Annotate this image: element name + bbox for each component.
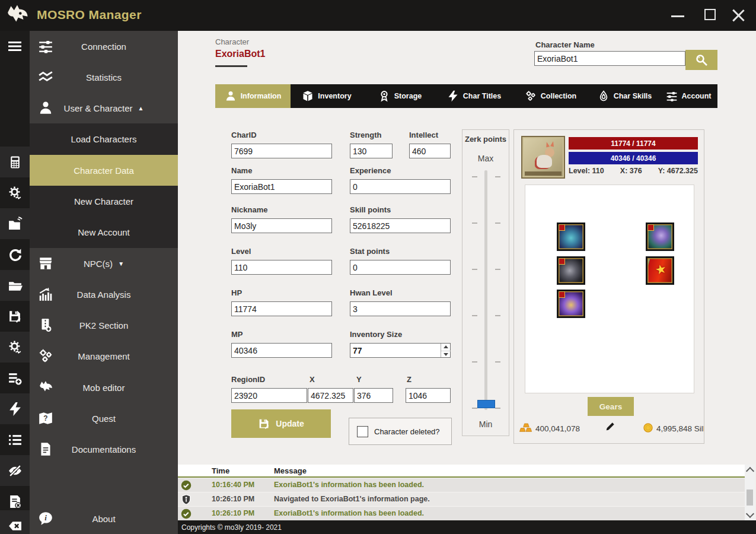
zerk-slider-thumb[interactable]	[477, 400, 495, 408]
log-message: ExoriaBot1's information has been loaded…	[274, 509, 424, 517]
inventory-size-input[interactable]	[350, 343, 451, 358]
nickname-label: Nickname	[231, 205, 267, 214]
update-button[interactable]: Update	[231, 409, 331, 438]
sidebar-item-pk2-section[interactable]: PK2 Section	[30, 310, 178, 341]
name-input[interactable]	[231, 179, 332, 194]
open-folder-icon[interactable]	[0, 270, 30, 301]
sidebar-item-management[interactable]: Management	[30, 341, 178, 371]
hide-eye-icon[interactable]	[0, 455, 30, 486]
sidebar-item-connection[interactable]: Connection	[30, 31, 178, 62]
tab-information[interactable]: Information	[215, 84, 291, 108]
character-deleted-checkbox-group[interactable]: Character deleted?	[349, 418, 452, 445]
sidebar-item-new-character[interactable]: New Character	[30, 186, 178, 217]
zerk-slider-track[interactable]	[484, 170, 487, 410]
sidebar-item-quest[interactable]: ? Quest	[30, 403, 178, 434]
gears-button[interactable]: Gears	[588, 397, 634, 416]
skill-points-input[interactable]	[350, 218, 451, 233]
save-edit-icon[interactable]	[0, 301, 30, 332]
status-icon	[181, 480, 192, 491]
inventory-size-label: Inventory Size	[350, 330, 402, 339]
sidebar-item-new-account[interactable]: New Account	[30, 217, 178, 248]
clear-backspace-icon[interactable]	[0, 510, 30, 534]
collapse-arrow-icon: ▲	[138, 105, 143, 112]
nickname-input[interactable]	[231, 218, 332, 233]
calculator-icon[interactable]	[0, 147, 30, 177]
cog-icon[interactable]	[0, 332, 30, 363]
gears-icon	[37, 348, 54, 364]
menu-label: NPC(s)	[84, 259, 113, 269]
x-input[interactable]	[308, 388, 353, 403]
person-icon	[225, 90, 237, 102]
sidebar-item-statistics[interactable]: Statistics	[30, 62, 178, 93]
sidebar-item-npcs[interactable]: NPC(s) ▼	[30, 248, 178, 279]
tab-account[interactable]: Account	[659, 84, 717, 108]
log-panel: Time Message 10:16:40 PM ExoriaBot1's in…	[178, 465, 745, 520]
intellect-input[interactable]	[409, 144, 451, 158]
mp-bar-value: 40346 / 40346	[611, 154, 656, 163]
shared-folder-icon[interactable]	[0, 208, 30, 239]
z-input[interactable]	[406, 388, 451, 403]
hp-input[interactable]	[231, 301, 332, 316]
stepper-up-button[interactable]	[441, 344, 451, 350]
tab-storage[interactable]: Storage	[363, 84, 437, 108]
item-slot-weapon[interactable]	[557, 256, 585, 285]
intellect-label: Intellect	[409, 131, 438, 139]
close-button[interactable]	[732, 8, 745, 21]
item-slot-flag[interactable]: ★	[646, 256, 674, 285]
scroll-up-icon[interactable]	[746, 467, 754, 475]
sidebar-item-documentations[interactable]: Documentations	[30, 434, 178, 465]
tab-collection[interactable]: Collection	[511, 84, 590, 108]
sidebar-item-user-character[interactable]: User & Character ▲	[30, 93, 178, 123]
checklist-icon[interactable]	[0, 424, 30, 455]
log-scrollbar[interactable]	[745, 465, 755, 520]
stat-points-input[interactable]	[350, 260, 451, 275]
character-name-heading: ExoriaBot1	[215, 49, 265, 59]
x-value: X: 376	[620, 167, 642, 175]
tab-label: Inventory	[318, 92, 351, 100]
copyright-text: Copyrights © mo3ly 2019- 2021	[181, 523, 282, 532]
menu-label: Mob editor	[83, 383, 125, 393]
item-slot-chest[interactable]	[557, 223, 585, 251]
charid-label: CharID	[231, 131, 257, 139]
item-slot-wings[interactable]	[646, 223, 674, 251]
search-button[interactable]	[685, 50, 717, 70]
charid-input[interactable]	[231, 144, 332, 158]
lightning-icon[interactable]	[0, 393, 30, 424]
tab-char-titles[interactable]: Char Titles	[437, 84, 511, 108]
scroll-down-icon[interactable]	[746, 510, 754, 518]
sidebar-item-about[interactable]: i About	[30, 503, 178, 534]
minimize-button[interactable]	[671, 15, 684, 17]
tab-char-skills[interactable]: Char Skills	[590, 84, 659, 108]
scrollbar-thumb[interactable]	[747, 490, 753, 506]
y-label: Y	[356, 375, 362, 384]
character-deleted-checkbox[interactable]	[357, 426, 368, 437]
sidebar-item-character-data[interactable]: Character Data	[30, 155, 178, 186]
maximize-button[interactable]	[704, 9, 716, 20]
level-value: Level: 110	[569, 167, 604, 175]
menu-label: Load Characters	[71, 134, 137, 144]
menu-label: Connection	[81, 42, 126, 52]
settings-gear-icon[interactable]	[0, 177, 30, 208]
sidebar-item-mob-editor[interactable]: Mob editor	[30, 372, 178, 403]
stepper-down-button[interactable]	[441, 351, 451, 358]
refresh-icon[interactable]	[0, 239, 30, 270]
mp-input[interactable]	[231, 343, 332, 358]
sidebar-item-load-characters[interactable]: Load Characters	[30, 123, 178, 155]
hamburger-menu-icon[interactable]	[7, 39, 23, 53]
zerk-points-panel: Zerk points Max Min	[462, 129, 509, 436]
experience-input[interactable]	[350, 179, 451, 194]
add-list-icon[interactable]	[0, 363, 30, 393]
edit-pencil-icon[interactable]	[604, 421, 616, 433]
y-input[interactable]	[354, 388, 393, 403]
tab-inventory[interactable]: Inventory	[291, 84, 363, 108]
gears-icon	[525, 90, 537, 102]
character-name-search-input[interactable]	[534, 51, 685, 66]
position-row: Level: 110 X: 376 Y: 4672.325	[569, 167, 698, 175]
regionid-input[interactable]	[231, 388, 307, 403]
level-input[interactable]	[231, 260, 332, 275]
sidebar-item-data-analysis[interactable]: Data Analysis	[30, 279, 178, 310]
strength-input[interactable]	[350, 144, 393, 158]
item-slot-shield[interactable]	[557, 290, 585, 318]
log-time: 10:16:40 PM	[212, 481, 254, 489]
hwan-level-input[interactable]	[350, 301, 451, 316]
